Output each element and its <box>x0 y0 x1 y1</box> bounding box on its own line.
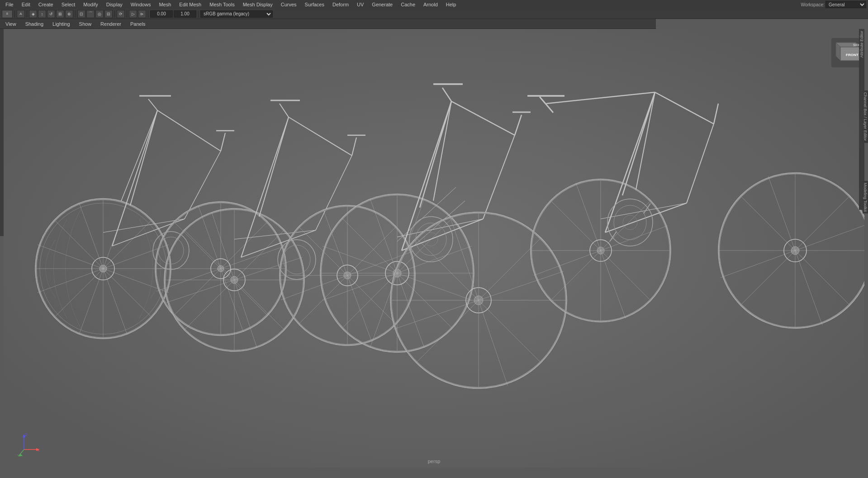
outliner-toggle-btn[interactable]: ≡ <box>2 10 13 18</box>
separator-3 <box>75 10 76 18</box>
select-tool-btn[interactable]: ◈ <box>29 10 37 18</box>
move-tool-btn[interactable]: ↕ <box>38 10 46 18</box>
snap-point-btn[interactable]: ◎ <box>95 10 104 18</box>
field-value-1[interactable] <box>150 10 173 18</box>
separator-6 <box>148 10 148 18</box>
menu-create[interactable]: Create <box>35 1 57 8</box>
menu-mesh-display[interactable]: Mesh Display <box>239 1 276 8</box>
svg-text:Z: Z <box>25 433 27 437</box>
separator-4 <box>114 10 115 18</box>
menu-file[interactable]: File <box>2 1 17 8</box>
separator-1 <box>14 10 15 18</box>
view-toolbar: View Shading Lighting Show Renderer Pane… <box>0 19 656 29</box>
separator-2 <box>27 10 27 18</box>
separator-5 <box>127 10 127 18</box>
history-btn[interactable]: ⟳ <box>117 10 125 18</box>
modeling-toolkit-text: Modeling Toolkit <box>863 183 868 212</box>
menu-bar: File Edit Create Select Modify Display W… <box>0 0 868 9</box>
menu-edit[interactable]: Edit <box>18 1 34 8</box>
menu-help[interactable]: Help <box>442 1 460 8</box>
view-menu-renderer[interactable]: Renderer <box>97 20 125 28</box>
menu-uv[interactable]: UV <box>353 1 367 8</box>
menu-curves[interactable]: Curves <box>277 1 300 8</box>
color-space-select[interactable]: sRGB gamma (legacy) <box>200 10 273 18</box>
snap-curve-btn[interactable]: ⌒ <box>86 10 95 18</box>
svg-text:X: X <box>37 448 40 452</box>
persp-text: persp <box>428 459 441 464</box>
svg-text:FRONT: FRONT <box>846 53 859 57</box>
svg-rect-1 <box>4 29 864 468</box>
view-menu-show[interactable]: Show <box>76 20 95 28</box>
main-toolbar: ≡ A ◈ ↕ ↺ ⊞ ⊕ ⊡ ⌒ ◎ ⊟ ⟳ ▷ ⊳ sRGB gamma (… <box>0 9 868 19</box>
channel-box-text: Channel Box / Layer Editor <box>863 92 868 141</box>
menu-modify[interactable]: Modify <box>80 1 101 8</box>
mode-select-btn[interactable]: A <box>17 10 25 18</box>
field-value-2[interactable] <box>174 10 196 18</box>
channel-box-panel: Channel Box / Layer Editor <box>863 90 868 143</box>
view-menu-shading[interactable]: Shading <box>22 20 47 28</box>
axis-indicator: Z X Y <box>17 431 40 454</box>
viewport[interactable]: FRONT SIDE Z X Y persp <box>4 29 864 468</box>
menu-mesh[interactable]: Mesh <box>155 1 175 8</box>
menu-deform[interactable]: Deform <box>329 1 352 8</box>
rotate-tool-btn[interactable]: ↺ <box>47 10 55 18</box>
workspace-label: Workspace: <box>801 2 825 7</box>
menu-cache[interactable]: Cache <box>397 1 419 8</box>
menu-edit-mesh[interactable]: Edit Mesh <box>175 1 205 8</box>
workspace-select[interactable]: General <box>825 1 866 8</box>
outliner-panel: Outliner <box>0 10 4 236</box>
menu-select[interactable]: Select <box>58 1 79 8</box>
separator-7 <box>198 10 199 18</box>
universal-tool-btn[interactable]: ⊕ <box>65 10 73 18</box>
snap-view-btn[interactable]: ⊟ <box>104 10 113 18</box>
camera-label: persp <box>428 459 441 464</box>
viewport-scene: FRONT SIDE <box>4 29 864 468</box>
render-region-btn[interactable]: ▷ <box>129 10 137 18</box>
menu-arnold[interactable]: Arnold <box>420 1 441 8</box>
menu-generate[interactable]: Generate <box>368 1 396 8</box>
view-menu-view[interactable]: View <box>2 20 20 28</box>
attribute-editor-text: Attribute Editor <box>859 31 864 58</box>
ipr-btn[interactable]: ⊳ <box>138 10 146 18</box>
scale-tool-btn[interactable]: ⊞ <box>56 10 64 18</box>
modeling-toolkit-panel: Modeling Toolkit <box>863 181 868 213</box>
view-menu-panels[interactable]: Panels <box>127 20 149 28</box>
menu-mesh-tools[interactable]: Mesh Tools <box>206 1 238 8</box>
menu-display[interactable]: Display <box>103 1 126 8</box>
menu-windows[interactable]: Windows <box>127 1 155 8</box>
menu-surfaces[interactable]: Surfaces <box>301 1 328 8</box>
svg-text:Y: Y <box>17 454 20 456</box>
view-menu-lighting[interactable]: Lighting <box>49 20 74 28</box>
snap-grid-btn[interactable]: ⊡ <box>77 10 85 18</box>
